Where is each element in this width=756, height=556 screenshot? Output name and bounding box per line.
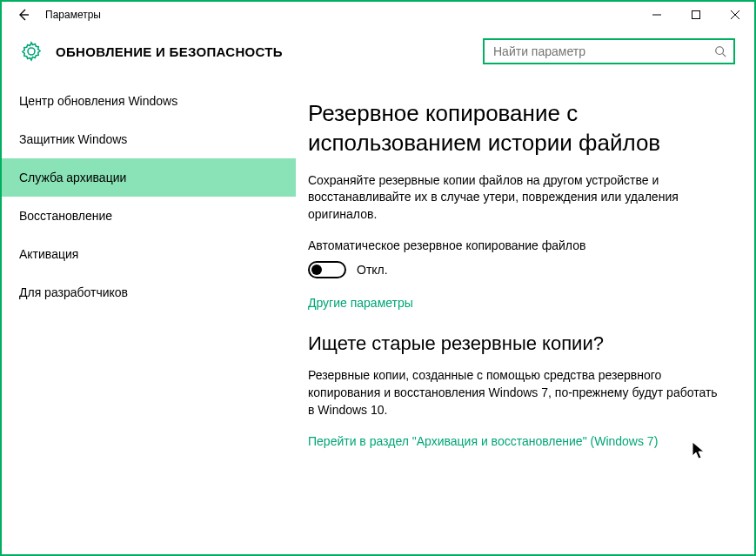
backup-toggle[interactable] <box>308 261 346 278</box>
page-description: Сохраняйте резервные копии файлов на дру… <box>308 172 719 224</box>
gear-icon <box>21 41 42 62</box>
window-controls <box>637 2 754 28</box>
settings-window: Параметры ОБНОВЛЕНИЕ И БЕЗОПАСНОСТЬ Цент… <box>0 0 756 556</box>
content-pane: Резервное копирование с использованием и… <box>296 82 754 554</box>
titlebar: Параметры <box>2 2 754 28</box>
body: Центр обновления Windows Защитник Window… <box>2 82 754 554</box>
maximize-icon <box>692 10 700 19</box>
sidebar-item-windows-update[interactable]: Центр обновления Windows <box>2 82 296 120</box>
toggle-caption: Автоматическое резервное копирование фай… <box>308 238 719 252</box>
sidebar-item-backup[interactable]: Служба архивации <box>2 158 296 197</box>
page-heading: Резервное копирование с использованием и… <box>308 99 719 158</box>
sidebar-item-recovery[interactable]: Восстановление <box>2 197 296 235</box>
sidebar-item-developers[interactable]: Для разработчиков <box>2 273 296 311</box>
svg-line-6 <box>723 54 726 57</box>
sidebar-item-defender[interactable]: Защитник Windows <box>2 120 296 158</box>
search-icon <box>714 45 726 57</box>
more-options-link[interactable]: Другие параметры <box>308 296 413 310</box>
sidebar: Центр обновления Windows Защитник Window… <box>2 82 296 554</box>
back-button[interactable] <box>14 5 33 24</box>
search-box[interactable] <box>483 38 735 64</box>
backup-toggle-row: Откл. <box>308 261 719 278</box>
category-title: ОБНОВЛЕНИЕ И БЕЗОПАСНОСТЬ <box>56 44 483 59</box>
maximize-button[interactable] <box>676 2 715 28</box>
header: ОБНОВЛЕНИЕ И БЕЗОПАСНОСТЬ <box>2 28 754 82</box>
legacy-backup-link[interactable]: Перейти в раздел "Архивация и восстановл… <box>308 434 658 448</box>
minimize-icon <box>652 10 661 19</box>
old-backups-description: Резервные копии, созданные с помощью сре… <box>308 367 719 419</box>
search-input[interactable] <box>493 44 714 58</box>
close-icon <box>731 10 739 19</box>
minimize-button[interactable] <box>637 2 676 28</box>
arrow-left-icon <box>17 8 30 22</box>
close-button[interactable] <box>715 2 754 28</box>
section-heading-old-backups: Ищете старые резервные копии? <box>308 332 719 355</box>
svg-point-5 <box>716 47 724 55</box>
svg-rect-2 <box>692 11 699 19</box>
window-title: Параметры <box>45 9 637 21</box>
toggle-knob <box>311 265 322 275</box>
toggle-state-label: Откл. <box>357 263 388 277</box>
sidebar-item-activation[interactable]: Активация <box>2 235 296 273</box>
